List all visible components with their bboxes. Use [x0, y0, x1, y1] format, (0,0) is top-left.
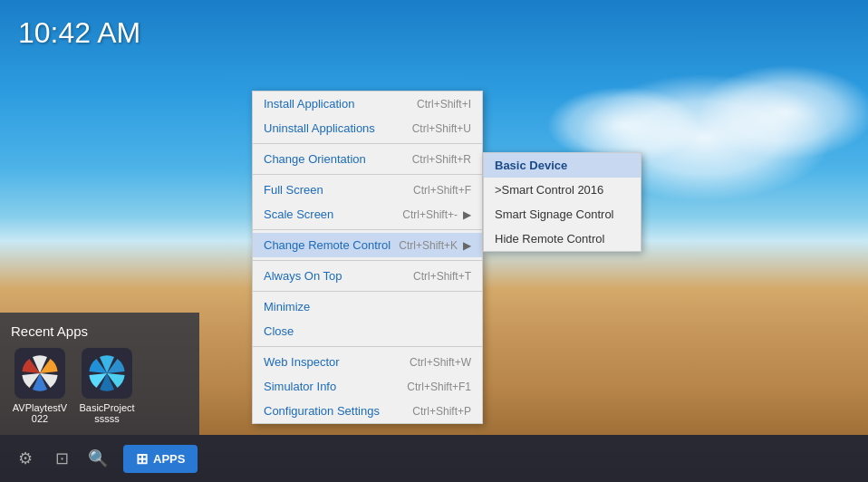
menu-item-change-remote-control[interactable]: Change Remote Control Ctrl+Shift+K ▶ — [253, 233, 482, 257]
settings-icon[interactable]: ⚙ — [11, 444, 40, 473]
menu-item-full-screen[interactable]: Full Screen Ctrl+Shift+F — [253, 178, 482, 202]
menu-item-minimize[interactable]: Minimize — [253, 294, 482, 319]
menu-shortcut: Ctrl+Shift+- — [402, 208, 458, 221]
clock-display: 10:42 AM — [18, 16, 140, 50]
menu-item-install-application[interactable]: Install Application Ctrl+Shift+I — [253, 92, 482, 116]
menu-label: Scale Screen — [264, 207, 333, 221]
menu-shortcut: Ctrl+Shift+I — [417, 98, 471, 111]
app-item-basicprojects[interactable]: BasicProjectsssss — [78, 348, 136, 424]
submenu-label: Smart Signage Control — [495, 207, 614, 221]
menu-separator — [253, 291, 482, 292]
submenu-remote-control: Basic Device >Smart Control 2016 Smart S… — [483, 152, 641, 252]
menu-separator — [253, 174, 482, 175]
recent-apps-panel: Recent Apps AVPlaytestV022 — [0, 313, 199, 435]
menu-item-web-inspector[interactable]: Web Inspector Ctrl+Shift+W — [253, 350, 482, 374]
pinwheel-icon-1 — [20, 353, 60, 393]
apps-button-label: APPS — [153, 452, 185, 466]
submenu-arrow-icon: ▶ — [463, 208, 471, 221]
context-menu: Install Application Ctrl+Shift+I Uninsta… — [252, 91, 483, 424]
submenu-item-basic-device[interactable]: Basic Device — [484, 153, 641, 178]
submenu-arrow-icon: ▶ — [463, 239, 471, 252]
menu-label: Web Inspector — [264, 355, 340, 369]
menu-label: Change Orientation — [264, 152, 366, 166]
menu-label: Full Screen — [264, 183, 323, 197]
menu-label: Simulator Info — [264, 380, 336, 393]
menu-shortcut: Ctrl+Shift+R — [412, 153, 471, 166]
app-item-avplaytest[interactable]: AVPlaytestV022 — [11, 348, 69, 424]
menu-label: Minimize — [264, 300, 310, 313]
recent-apps-title: Recent Apps — [11, 323, 188, 339]
menu-shortcut: Ctrl+Shift+K — [399, 239, 458, 252]
menu-shortcut: Ctrl+Shift+P — [412, 405, 471, 418]
app-icon-basicprojects — [82, 348, 132, 399]
menu-label: Configuration Settings — [264, 404, 380, 418]
window-icon[interactable]: ⊡ — [47, 444, 76, 473]
pinwheel-icon-2 — [87, 353, 127, 393]
menu-shortcut: Ctrl+Shift+U — [412, 122, 471, 135]
menu-label: Always On Top — [264, 269, 342, 283]
menu-item-simulator-info[interactable]: Simulator Info Ctrl+Shift+F1 — [253, 374, 482, 399]
menu-shortcut: Ctrl+Shift+F1 — [407, 381, 471, 393]
menu-shortcut: Ctrl+Shift+W — [410, 356, 471, 369]
menu-separator — [253, 229, 482, 230]
menu-label: Close — [264, 324, 294, 338]
submenu-item-smart-control-2016[interactable]: >Smart Control 2016 — [484, 178, 641, 202]
recent-apps-grid: AVPlaytestV022 BasicProjectsssss — [11, 348, 188, 424]
menu-item-always-on-top[interactable]: Always On Top Ctrl+Shift+T — [253, 264, 482, 288]
app-label: AVPlaytestV022 — [11, 402, 69, 424]
apps-icon: ⊞ — [136, 450, 148, 468]
submenu-label: Hide Remote Control — [495, 232, 604, 246]
menu-separator — [253, 143, 482, 144]
menu-label: Install Application — [264, 97, 354, 111]
apps-button[interactable]: ⊞ APPS — [123, 445, 198, 473]
menu-label: Uninstall Applications — [264, 121, 375, 135]
menu-item-change-orientation[interactable]: Change Orientation Ctrl+Shift+R — [253, 147, 482, 171]
submenu-item-smart-signage-control[interactable]: Smart Signage Control — [484, 202, 641, 227]
menu-separator — [253, 260, 482, 261]
submenu-label: Basic Device — [495, 159, 567, 172]
menu-item-close[interactable]: Close — [253, 319, 482, 343]
menu-separator — [253, 346, 482, 347]
app-label: BasicProjectsssss — [78, 402, 136, 424]
menu-label: Change Remote Control — [264, 238, 391, 252]
search-icon[interactable]: 🔍 — [83, 444, 112, 473]
submenu-item-hide-remote-control[interactable]: Hide Remote Control — [484, 227, 641, 251]
menu-shortcut: Ctrl+Shift+F — [413, 184, 471, 197]
menu-shortcut: Ctrl+Shift+T — [413, 270, 471, 283]
taskbar: ⚙ ⊡ 🔍 ⊞ APPS — [0, 435, 868, 482]
menu-item-scale-screen[interactable]: Scale Screen Ctrl+Shift+- ▶ — [253, 202, 482, 227]
app-icon-avplaytest — [14, 348, 65, 399]
submenu-label: >Smart Control 2016 — [495, 183, 603, 197]
menu-item-configuration-settings[interactable]: Configuration Settings Ctrl+Shift+P — [253, 399, 482, 423]
menu-item-uninstall-applications[interactable]: Uninstall Applications Ctrl+Shift+U — [253, 116, 482, 140]
